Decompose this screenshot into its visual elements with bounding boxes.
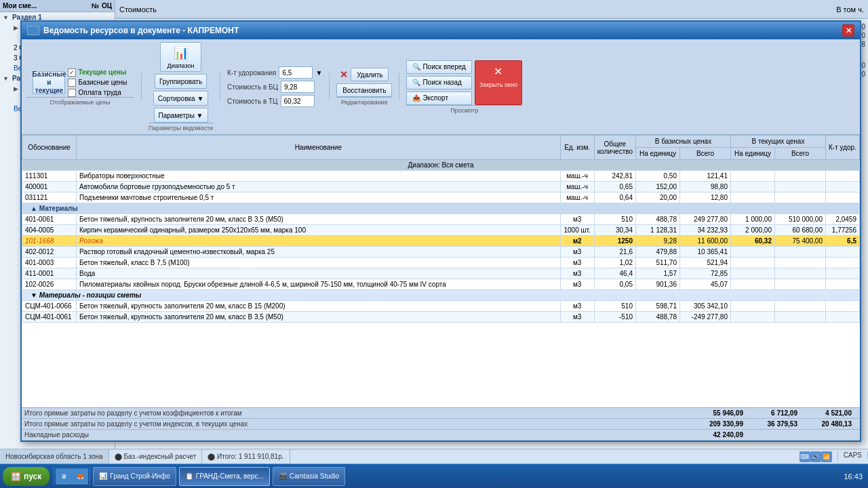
params-group-label: Параметры ведомости: [149, 123, 213, 131]
footer-row-1: Итого прямые затраты по разделу с учетом…: [22, 408, 860, 419]
params-group: 📊 Диапазон Группировать Сортировка ▼ Пар…: [149, 60, 213, 131]
k-udor-input[interactable]: [279, 66, 313, 79]
current-prices-check[interactable]: Текущие цены: [68, 68, 127, 77]
tray-icon-3: 📶: [821, 451, 832, 462]
taskbar-time: 16:43: [838, 472, 868, 481]
modal-window: Ведомость ресурсов в документе - КАПРЕМО…: [20, 60, 861, 442]
th-base: В базисных ценах: [636, 136, 731, 148]
table-data-row[interactable]: 411-0001 Вода м3 46,4 1,57 72,85: [22, 268, 860, 279]
th-code: Обоснование: [22, 136, 77, 160]
base-prices-check[interactable]: Базисные цены: [68, 79, 127, 87]
status-region[interactable]: Новосибирская область 1 зона: [0, 449, 109, 464]
table-section-row: ▲ Материалы: [22, 203, 860, 214]
edit-group-label: Редактирование: [336, 97, 392, 106]
quick-launch-1[interactable]: 🖥: [56, 468, 72, 485]
table-data-row[interactable]: СЦМ-401-0066 Бетон тяжелый, крупность за…: [22, 301, 860, 312]
sep4: [399, 73, 399, 100]
table-data-row[interactable]: 400001 Автомобили бортовые грузоподъемно…: [22, 182, 860, 192]
footer-row-3: Накладные расходы 42 240,09: [22, 430, 860, 441]
sep3: [329, 73, 330, 100]
th-unit: Ед. изм.: [560, 136, 594, 160]
search-forward-btn[interactable]: 🔍 Поиск вперед: [406, 60, 472, 74]
footer-row-2: Итого прямые затраты по разделу с учетом…: [22, 419, 860, 430]
table-subsection-row: ▼ Материалы - позиции сметы: [22, 290, 860, 301]
salary-check[interactable]: Оплата труда: [68, 89, 127, 97]
table-data-row[interactable]: 101-1668 Рогожа м2 1250 9,28 11 600,00 6…: [22, 236, 860, 247]
cost-tts-input[interactable]: [281, 95, 315, 107]
table-data-row[interactable]: 404-0005 Кирпич керамический одинарный, …: [22, 225, 860, 236]
sep2: [220, 73, 220, 100]
tray-icon-2: 🔊: [810, 451, 821, 462]
table-data-row[interactable]: 111301 Вибраторы поверхностные маш.-ч 24…: [22, 171, 860, 182]
th-name: Наименование: [77, 136, 561, 160]
th-coeff: К-т удор.: [826, 136, 860, 160]
modal-footer: Итого прямые затраты по разделу с учетом…: [22, 407, 860, 441]
start-button[interactable]: 🪟 пуск: [3, 467, 50, 486]
status-tray-icons: ⌨ 🔊 📶: [794, 451, 838, 462]
sep1: [141, 73, 142, 100]
modal-table-container: Обоснование Наименование Ед. изм. Общее …: [22, 135, 860, 407]
statusbar: Новосибирская область 1 зона ⬤ Баз.-инде…: [0, 449, 868, 464]
search-back-btn[interactable]: 🔍 Поиск назад: [406, 76, 472, 89]
main-window: 🏗 ГРАНД-Смета, версия 5.0.3 - Мои сметы\…: [0, 0, 868, 449]
cost-group: К-т удорожания ▼ Стоимость в БЦ Стоимост…: [227, 65, 322, 108]
modal-overlay: Ведомость ресурсов в документе - КАПРЕМО…: [0, 60, 868, 449]
table-data-row[interactable]: СЦМ-401-0061 Бетон тяжелый, крупность за…: [22, 312, 860, 323]
prices-group-label: Отображаемые цены: [26, 97, 134, 106]
cost-bts-input[interactable]: [281, 81, 315, 93]
th-cur-unit: На единицу: [731, 148, 775, 160]
table-data-row[interactable]: 402-0012 Раствор готовый кладочный цемен…: [22, 247, 860, 258]
tray-icon-1: ⌨: [800, 451, 810, 462]
taskbar-btn-grandsmeta[interactable]: 📋 ГРАНД-Смета, верс...: [179, 467, 270, 486]
status-calc-type: ⬤ Баз.-индексный расчет: [109, 449, 203, 464]
range-btn[interactable]: 📊 Диапазон: [160, 60, 202, 72]
prices-group: Базисныеи текущие Текущие цены Базисные …: [26, 68, 134, 106]
th-base-total: Всего: [680, 148, 731, 160]
edit-group: ✕ Удалить Восстановить Редактирование: [336, 68, 392, 106]
search-group-label: Просмотр: [406, 105, 522, 114]
resources-table: Обоснование Наименование Ед. изм. Общее …: [22, 135, 860, 323]
taskbar-btn-camtasia[interactable]: 🎬 Camtasia Studio: [273, 467, 345, 486]
th-qty: Общее количество: [594, 136, 635, 160]
delete-btn[interactable]: Удалить: [351, 68, 389, 81]
close-window-btn[interactable]: ✕ Закрыть окно: [475, 60, 522, 105]
group-btn[interactable]: Группировать: [155, 74, 207, 89]
status-caps: CAPS: [838, 451, 868, 459]
table-data-row[interactable]: 031121 Подъемники мачтовые строительные …: [22, 192, 860, 203]
status-total: ⬤ Итого: 1 911 910,81р.: [202, 449, 290, 464]
quick-launch-2[interactable]: 🦊: [72, 468, 88, 485]
base-current-btn[interactable]: Базисныеи текущие: [33, 71, 65, 94]
restore-btn[interactable]: Восстановить: [336, 83, 392, 97]
th-base-unit: На единицу: [636, 148, 680, 160]
params-btn[interactable]: Параметры ▼: [154, 108, 208, 123]
taskbar-btn-grandinf[interactable]: 📊 Гранд Строй-Инфо: [93, 467, 176, 486]
th-cur: В текущих ценах: [731, 136, 826, 148]
range-label: Диапазон: Вся смета: [22, 160, 860, 171]
export-btn[interactable]: 📤 Экспорт: [406, 92, 472, 105]
table-data-row[interactable]: 401-0003 Бетон тяжелый, класс В 7,5 (М10…: [22, 258, 860, 268]
search-group: 🔍 Поиск вперед 🔍 Поиск назад 📤 Экспорт: [406, 60, 522, 114]
delete-icon: ✕: [340, 69, 348, 80]
th-cur-total: Всего: [775, 148, 826, 160]
table-data-row[interactable]: 401-0061 Бетон тяжелый, крупность заполн…: [22, 214, 860, 225]
taskbar: 🪟 пуск 🖥 🦊 📊 Гранд Строй-Инфо 📋 ГРАНД-См…: [0, 464, 868, 488]
sort-btn[interactable]: Сортировка ▼: [153, 91, 209, 106]
content-area: Мои сме... № ОЦ ▼ Раздел 1 ▶ 1 ТЕРОБ... …: [0, 60, 868, 449]
table-data-row[interactable]: 102-0026 Пиломатериалы хвойных пород. Бр…: [22, 279, 860, 290]
modal-toolbar: Базисныеи текущие Текущие цены Базисные …: [22, 60, 860, 135]
